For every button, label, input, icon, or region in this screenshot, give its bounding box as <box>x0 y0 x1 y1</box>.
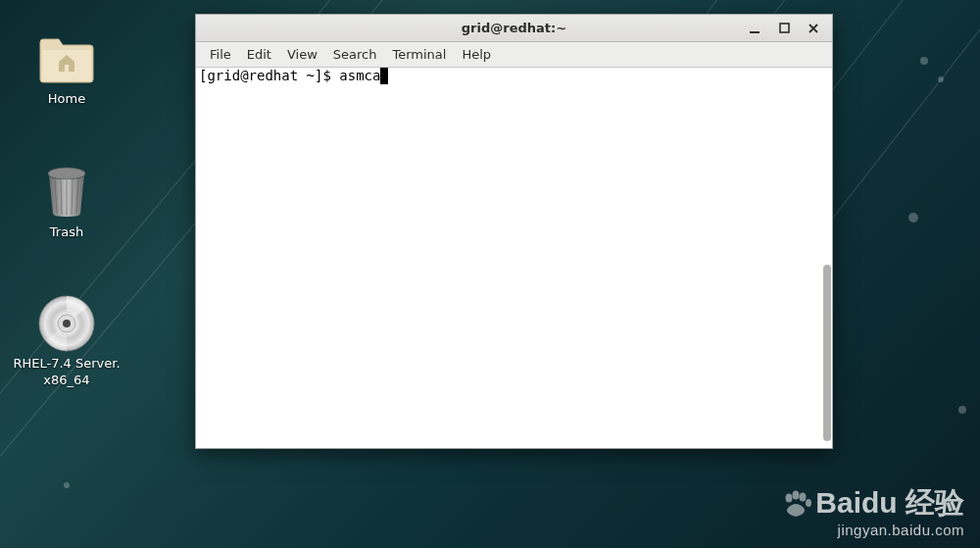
paw-icon <box>782 490 811 518</box>
trash-icon <box>37 165 96 219</box>
watermark-main: Baidu 经验 <box>815 483 964 523</box>
window-title: grid@redhat:~ <box>196 21 832 35</box>
scrollbar[interactable] <box>821 69 832 448</box>
desktop-icon-home[interactable]: Home <box>8 31 125 108</box>
menu-terminal[interactable]: Terminal <box>384 44 454 65</box>
menu-search[interactable]: Search <box>325 44 385 65</box>
watermark-sub: jingyan.baidu.com <box>782 522 964 538</box>
disc-icon <box>37 296 96 350</box>
svg-point-14 <box>806 499 811 507</box>
terminal-cursor <box>380 68 388 84</box>
menu-edit[interactable]: Edit <box>239 44 279 65</box>
terminal-command: asmca <box>339 68 380 83</box>
desktop-icon-trash[interactable]: Trash <box>8 165 125 241</box>
minimize-button[interactable] <box>746 20 763 37</box>
scrollbar-thumb[interactable] <box>823 265 831 441</box>
svg-rect-9 <box>750 31 760 33</box>
svg-rect-10 <box>780 24 789 32</box>
watermark: Baidu 经验 jingyan.baidu.com <box>782 483 964 538</box>
desktop-icon-label: Home <box>48 91 85 108</box>
svg-point-13 <box>800 492 807 501</box>
terminal-body[interactable]: [grid@redhat ~]$ asmca <box>196 68 832 448</box>
maximize-button[interactable] <box>775 20 793 37</box>
desktop-icon-label: RHEL-7.4 Server. x86_64 <box>13 356 120 389</box>
menu-view[interactable]: View <box>279 44 325 65</box>
svg-point-12 <box>793 490 800 499</box>
window-controls <box>746 15 828 41</box>
svg-point-8 <box>63 320 71 327</box>
titlebar[interactable]: grid@redhat:~ <box>196 15 832 42</box>
menubar: File Edit View Search Terminal Help <box>196 42 832 68</box>
svg-point-11 <box>786 493 793 502</box>
terminal-prompt: [grid@redhat ~]$ <box>199 68 339 83</box>
close-button[interactable] <box>805 20 822 37</box>
desktop-icon-disc[interactable]: RHEL-7.4 Server. x86_64 <box>8 296 125 389</box>
folder-home-icon <box>37 31 96 85</box>
menu-file[interactable]: File <box>202 44 239 65</box>
menu-help[interactable]: Help <box>454 44 499 65</box>
terminal-window: grid@redhat:~ File Edit View Search Term… <box>195 14 833 449</box>
desktop-icon-label: Trash <box>50 224 83 241</box>
svg-point-0 <box>48 168 85 179</box>
